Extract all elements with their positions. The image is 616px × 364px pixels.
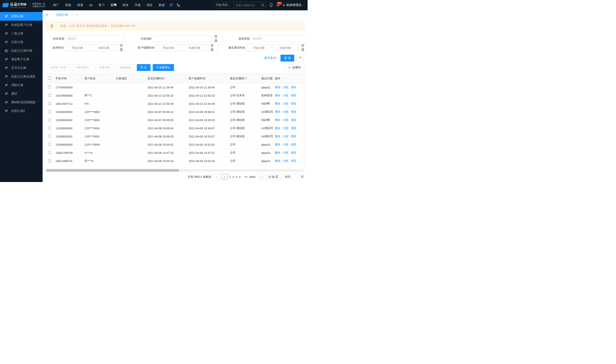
row-delete[interactable]: 删除 <box>275 126 281 130</box>
row-delete[interactable]: 删除 <box>275 102 281 106</box>
top-nav-报名[interactable]: 报名 <box>144 0 155 10</box>
top-nav-公海[interactable]: 公海 <box>108 0 119 10</box>
settings-columns-button[interactable]: 设置列 <box>284 64 304 71</box>
sidebar-item-4[interactable]: 自定义公海分组⌄ <box>0 46 43 55</box>
toolbar-btn-导 出[interactable]: 导 出 <box>137 64 151 71</box>
row-assign[interactable]: 分配 <box>283 143 288 146</box>
row-delete[interactable]: 删除 <box>275 159 281 163</box>
row-delete[interactable]: 删除 <box>275 118 281 122</box>
user-menu[interactable]: 机构管理员 ▼ <box>283 3 305 7</box>
tab-all-pool[interactable]: 全部公海 <box>51 10 73 19</box>
row-checkbox[interactable] <box>48 127 51 130</box>
row-checkbox[interactable] <box>48 94 51 97</box>
sidebar-item-3[interactable]: 注安公海 <box>0 38 43 46</box>
horizontal-scrollbar[interactable] <box>46 169 304 172</box>
null-button[interactable]: 空值 <box>299 44 308 51</box>
null-button[interactable]: 空值 <box>208 44 219 51</box>
filter-select-好友来源[interactable]: 请选择⌄ <box>66 35 125 42</box>
filter-select-放弃类型[interactable]: 请选择⌄ <box>251 35 308 42</box>
toolbar-btn-不加密导出[interactable]: 不加密导出 <box>153 64 174 71</box>
row-claim[interactable]: 领取 <box>291 94 296 97</box>
filter-range-最近通话时间[interactable]: ~ <box>246 44 298 51</box>
page-jump-input[interactable] <box>291 174 300 180</box>
sidebar-item-9[interactable]: 测试 <box>0 90 43 98</box>
top-nav-财务[interactable]: 财务 <box>120 0 131 10</box>
phone-icon[interactable] <box>176 2 181 8</box>
sidebar-item-10[interactable]: 测试昨日回库数据 <box>0 98 43 107</box>
row-checkbox[interactable] <box>48 118 51 121</box>
page-size-select[interactable]: 10 条/页⌄ <box>266 174 283 180</box>
row-assign[interactable]: 分配 <box>283 85 288 89</box>
top-nav-推广[interactable]: 推广 <box>51 0 62 10</box>
row-claim[interactable]: 领取 <box>291 110 296 114</box>
row-assign[interactable]: 分配 <box>283 159 288 163</box>
row-delete[interactable]: 删除 <box>275 143 281 146</box>
row-delete[interactable]: 删除 <box>275 110 281 114</box>
row-assign[interactable]: 分配 <box>283 118 288 122</box>
sidebar-item-11[interactable]: 全部公海2 <box>0 107 43 115</box>
row-delete[interactable]: 删除 <box>275 151 281 155</box>
row-checkbox[interactable] <box>48 151 51 154</box>
refresh-button[interactable] <box>296 55 304 62</box>
row-assign[interactable]: 分配 <box>283 102 288 106</box>
sidebar-item-0[interactable]: 全部公海 <box>0 12 43 21</box>
row-claim[interactable]: 领取 <box>291 118 296 122</box>
row-assign[interactable]: 分配 <box>283 94 288 97</box>
row-checkbox[interactable] <box>48 159 51 162</box>
filter-range-客户创建时间[interactable]: ~ <box>156 44 207 51</box>
row-claim[interactable]: 领取 <box>291 143 296 146</box>
pager-page-3[interactable]: 3 <box>232 175 234 179</box>
toolbar-btn-分配客户经理[interactable]: 分配客户经理 <box>46 64 70 71</box>
toolbar-btn-分配到部门[interactable]: 分配到部门 <box>72 64 93 71</box>
search-button[interactable] <box>260 2 266 8</box>
sidebar-item-7[interactable]: 自定义公海过滤器 <box>0 72 43 81</box>
row-claim[interactable]: 领取 <box>291 102 296 106</box>
pager-last[interactable]: 6882 <box>249 175 256 179</box>
date-start-input[interactable] <box>65 46 90 50</box>
row-assign[interactable]: 分配 <box>283 134 288 138</box>
pager-page-2[interactable]: 2 <box>229 175 231 179</box>
add-user-icon[interactable] <box>169 2 174 8</box>
date-start-input[interactable] <box>156 46 180 50</box>
date-end-input[interactable] <box>91 46 116 50</box>
top-nav-线索[interactable]: 线索 <box>75 0 86 10</box>
null-button[interactable]: 空值 <box>117 44 128 51</box>
row-claim[interactable]: 领取 <box>291 151 296 155</box>
row-checkbox[interactable] <box>48 143 51 146</box>
search-input[interactable] <box>234 2 260 8</box>
row-claim[interactable]: 领取 <box>291 159 296 163</box>
sidebar-item-2[interactable]: 二咨公海 <box>0 29 43 38</box>
row-checkbox[interactable] <box>48 135 51 138</box>
row-delete[interactable]: 删除 <box>275 134 281 138</box>
scrollbar-thumb[interactable] <box>46 169 179 172</box>
pager-prev[interactable]: ‹ <box>213 174 219 180</box>
top-nav-学服[interactable]: 学服 <box>132 0 143 10</box>
expand-filters-link[interactable]: 展开条件⌄ <box>264 56 278 60</box>
top-nav-IM[interactable]: IM <box>87 0 95 10</box>
pager-page-1[interactable]: 1 <box>221 174 228 180</box>
toolbar-btn-批量领取[interactable]: 批量领取 <box>95 64 114 71</box>
toolbar-btn-批量删除[interactable]: 批量删除 <box>116 64 135 71</box>
sidebar-item-1[interactable]: 非成交客户公海 <box>0 21 43 29</box>
null-button[interactable]: 空值 <box>212 35 223 42</box>
date-end-input[interactable] <box>182 46 207 50</box>
filter-range-放弃时间[interactable]: ~ <box>65 44 116 51</box>
row-assign[interactable]: 分配 <box>283 126 288 130</box>
select-all-checkbox[interactable] <box>48 77 51 80</box>
device-icon[interactable] <box>269 3 273 8</box>
row-claim[interactable]: 领取 <box>291 134 296 138</box>
row-checkbox[interactable] <box>48 102 51 105</box>
row-checkbox[interactable] <box>48 86 51 89</box>
top-nav-客户[interactable]: 客户 <box>96 0 107 10</box>
query-button[interactable]: 查 询 <box>281 55 294 62</box>
row-checkbox[interactable] <box>48 110 51 113</box>
sidebar-item-8[interactable]: 消防公海 <box>0 81 43 90</box>
date-start-input[interactable] <box>247 46 271 50</box>
date-end-input[interactable] <box>273 46 297 50</box>
top-nav-数据[interactable]: 数据 <box>156 0 167 10</box>
notifications-icon[interactable]: 99+ <box>276 3 280 8</box>
top-nav-客服[interactable]: 客服 <box>63 0 74 10</box>
row-claim[interactable]: 领取 <box>291 126 296 130</box>
pager-next[interactable]: › <box>258 174 264 180</box>
pager-page-4[interactable]: 4 <box>236 175 237 179</box>
